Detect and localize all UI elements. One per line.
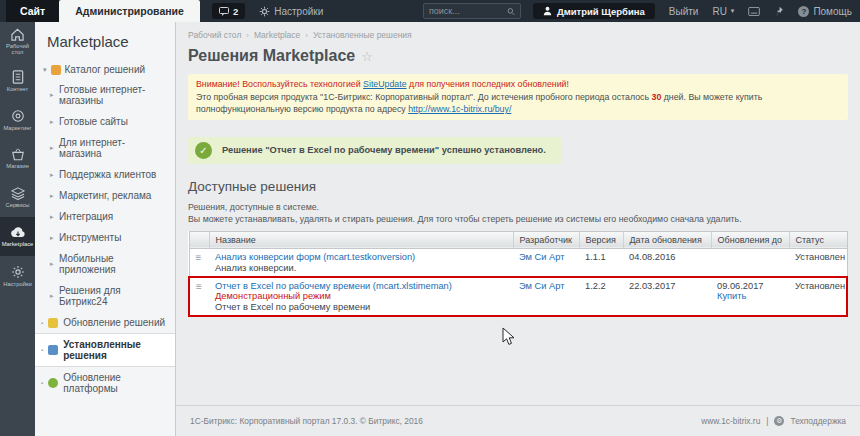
siteupdate-link[interactable]: SiteUpdate	[363, 79, 407, 89]
column-version[interactable]: Версия	[579, 231, 623, 248]
rail-label: Магазин	[6, 163, 28, 169]
gear-icon	[11, 265, 25, 279]
description-line: Вы можете устанавливать, удалять и стира…	[188, 213, 848, 225]
footer-site-link[interactable]: www.1c-bitrix.ru	[701, 416, 760, 426]
rail-item-settings[interactable]: Настройки	[0, 256, 35, 295]
column-updates-until[interactable]: Обновления до	[711, 231, 789, 248]
rail-label: Сервисы	[5, 202, 29, 208]
sidebar-item-marketing-ads[interactable]: Маркетинг, реклама	[35, 185, 175, 206]
column-name[interactable]: Название	[209, 231, 513, 248]
breadcrumb-marketplace[interactable]: Marketplace	[254, 30, 300, 40]
sidebar-item-label: Обновление решений	[63, 317, 165, 328]
target-icon	[11, 109, 25, 123]
description-line: Решения, доступные в системе.	[188, 201, 848, 213]
rail-item-marketing[interactable]: Маркетинг	[0, 100, 35, 139]
sidebar-item-integration[interactable]: Интеграция	[35, 206, 175, 227]
rail-label: Контент	[7, 86, 28, 92]
notifications-count: 2	[233, 6, 238, 17]
sidebar-item-mobile-apps[interactable]: Мобильные приложения	[35, 248, 175, 280]
buy-link[interactable]: Купить	[717, 291, 746, 301]
sidebar-item-installed-solutions[interactable]: Установленные решения	[35, 333, 175, 367]
rail-item-content[interactable]: Контент	[0, 61, 35, 100]
developer-link[interactable]: Эм Си Арт	[519, 252, 564, 262]
user-icon	[543, 6, 552, 16]
logout-label: Выйти	[669, 6, 699, 17]
pin-button[interactable]	[774, 0, 784, 22]
sidebar-item-solutions-update[interactable]: Обновление решений	[35, 312, 175, 333]
keyboard-icon	[748, 7, 760, 16]
table-row-highlighted: ≡ Отчет в Excel по рабочему времени (mca…	[189, 277, 847, 316]
sidebar-item-ready-sites[interactable]: Готовые сайты	[35, 111, 175, 132]
breadcrumb-desktop[interactable]: Рабочий стол	[188, 30, 241, 40]
column-actions	[189, 231, 209, 248]
demo-mode-label: Демонстрационный режим	[215, 291, 331, 301]
footer-support-link[interactable]: Техподдержка	[790, 416, 846, 426]
update-date-cell: 04.08.2016	[623, 248, 711, 277]
updates-until-cell: 09.06.2017	[717, 281, 783, 291]
gear-icon	[259, 6, 270, 17]
solution-link[interactable]: Анализ конверсии форм (mcart.testkonvers…	[215, 252, 415, 262]
home-icon	[10, 28, 25, 41]
updates-until-cell	[711, 248, 789, 277]
sidebar-item-bitrix24-solutions[interactable]: Решения для Битрикс24	[35, 280, 175, 312]
column-status[interactable]: Статус	[789, 231, 847, 248]
help-button[interactable]: ? Помощь	[798, 0, 852, 22]
sidebar-item-client-support[interactable]: Поддержка клиентов	[35, 164, 175, 185]
column-developer[interactable]: Разработчик	[513, 231, 579, 248]
sidebar-item-label: Интеграция	[59, 211, 113, 222]
module-rail: Рабочий стол Контент Маркетинг Магазин С…	[0, 22, 35, 436]
pin-icon	[774, 6, 784, 17]
user-menu-button[interactable]: Дмитрий Щербина	[533, 3, 655, 19]
sidebar-item-tools[interactable]: Инструменты	[35, 227, 175, 248]
topbar-settings[interactable]: Настройки	[259, 0, 323, 22]
notifications-button[interactable]: 2	[212, 3, 245, 19]
footer-divider: |	[766, 416, 768, 426]
trial-warning-box: Внимание! Воспользуйтесь технологией Sit…	[188, 74, 848, 120]
sidebar-item-label: Мобильные приложения	[59, 253, 167, 275]
rail-item-store[interactable]: Магазин	[0, 139, 35, 178]
buy-url-link[interactable]: http://www.1c-bitrix.ru/buy/	[408, 104, 511, 114]
sidebar-item-label: Обновление платформы	[63, 372, 167, 394]
breadcrumb-installed[interactable]: Установленные решения	[313, 30, 412, 40]
language-label: RU	[712, 6, 726, 17]
platform-update-icon	[48, 378, 58, 388]
success-message-box: ✓ Решение "Отчет в Excel по рабочему вре…	[188, 137, 562, 164]
sidebar-item-for-shop[interactable]: Для интернет-магазина	[35, 132, 175, 164]
sidebar-item-catalog[interactable]: Каталог решений	[35, 60, 175, 79]
column-update-date[interactable]: Дата обновления	[623, 231, 711, 248]
logout-button[interactable]: Выйти	[669, 0, 699, 22]
page-title-text: Решения Marketplace	[188, 47, 355, 65]
tab-site[interactable]: Сайт	[6, 0, 59, 22]
trial-days-left: 30	[651, 92, 661, 102]
footer: 1С-Битрикс: Корпоративный портал 17.0.3.…	[176, 405, 860, 436]
solution-subtitle: Анализ конверсии.	[215, 263, 507, 273]
favorite-star-icon[interactable]: ☆	[361, 49, 373, 64]
sidebar-item-platform-update[interactable]: Обновление платформы	[35, 367, 175, 399]
tab-admin[interactable]: Администрирование	[59, 0, 200, 22]
installed-solutions-icon	[48, 345, 58, 355]
developer-link[interactable]: Эм Си Арт	[519, 281, 564, 291]
solution-subtitle: Отчет в Excel по рабочему времени	[215, 302, 507, 312]
sidebar-item-label: Для интернет-магазина	[59, 137, 167, 159]
layers-icon	[11, 187, 25, 200]
tab-admin-label: Администрирование	[75, 5, 184, 17]
hotkeys-button[interactable]	[748, 0, 760, 22]
search-box[interactable]	[423, 3, 521, 19]
language-selector[interactable]: RU ▾	[712, 0, 734, 22]
warning-line-1: Внимание! Воспользуйтесь технологией Sit…	[196, 78, 840, 91]
rail-item-marketplace[interactable]: Marketplace	[0, 217, 35, 256]
sidebar-item-ready-shops[interactable]: Готовые интернет-магазины	[35, 79, 175, 111]
sidebar-tree: Каталог решений Готовые интернет-магазин…	[35, 60, 175, 399]
main-content: Рабочий стол › Marketplace › Установленн…	[176, 22, 860, 436]
warning-text: Внимание! Воспользуйтесь технологией	[196, 79, 361, 89]
topbar-spacer	[323, 0, 423, 22]
search-input[interactable]	[429, 6, 507, 16]
rail-item-desktop[interactable]: Рабочий стол	[0, 22, 35, 61]
check-icon: ✓	[195, 142, 212, 159]
warning-text: для получения последних обновлений!	[409, 79, 569, 89]
sidebar-title: Marketplace	[35, 22, 175, 60]
row-menu-icon[interactable]: ≡	[196, 281, 202, 292]
rail-item-services[interactable]: Сервисы	[0, 178, 35, 217]
row-menu-icon[interactable]: ≡	[196, 252, 202, 263]
solution-link[interactable]: Отчет в Excel по рабочему времени (mcart…	[215, 281, 452, 291]
